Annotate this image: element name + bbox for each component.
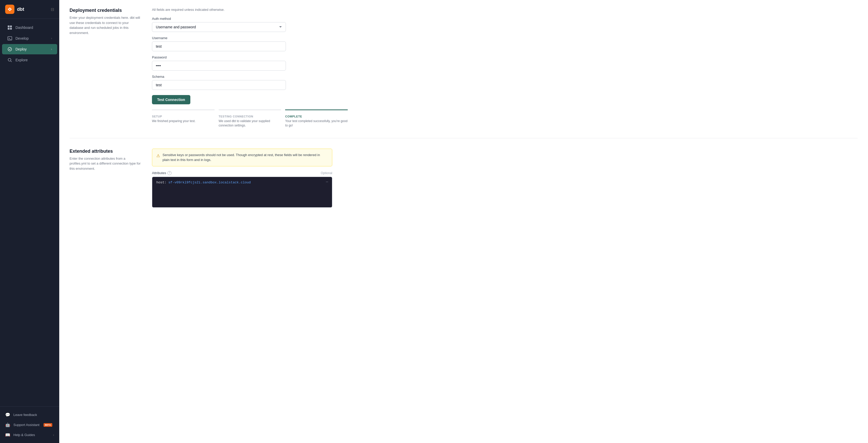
auth-method-label: Auth method [152, 17, 858, 21]
complete-label: COMPLETE [285, 115, 348, 118]
password-group: Password [152, 55, 858, 70]
svg-rect-3 [10, 28, 12, 30]
auth-method-select[interactable]: Username and password Service account OA… [152, 22, 286, 32]
setup-description: We finished preparing your test. [152, 119, 215, 123]
status-step-setup: SETUP We finished preparing your test. [152, 109, 215, 128]
sidebar-logo: dbt ⊟ [0, 0, 59, 19]
status-step-testing: TESTING CONNECTION We used dbt to valida… [219, 109, 281, 128]
section-subtitle: Enter your deployment credentials here. … [69, 15, 142, 35]
extended-subtitle: Enter the connection attributes from a p… [69, 156, 142, 171]
dashboard-icon [7, 25, 12, 30]
username-label: Username [152, 36, 858, 40]
testing-description: We used dbt to validate your supplied co… [219, 119, 281, 128]
help-chevron-icon: › [53, 433, 54, 437]
extended-form: ⚠ Sensitive keys or passwords should not… [152, 149, 858, 208]
test-connection-button[interactable]: Test Connection [152, 95, 190, 104]
attributes-code-editor[interactable]: − host: sf-v09rkl9fcjs2i.sandbox.localst… [152, 177, 332, 208]
auth-method-group: Auth method Username and password Servic… [152, 17, 858, 32]
optional-label: Optional [321, 171, 332, 175]
warning-text: Sensitive keys or passwords should not b… [162, 153, 328, 162]
deploy-icon [7, 46, 12, 52]
deploy-label: Deploy [16, 47, 27, 51]
svg-rect-1 [10, 26, 12, 27]
feedback-icon: 💬 [5, 412, 10, 417]
explore-icon [7, 57, 12, 63]
svg-point-6 [8, 59, 11, 61]
connection-status: SETUP We finished preparing your test. T… [152, 109, 348, 128]
info-icon[interactable]: ? [167, 171, 172, 175]
extended-attributes-section: Extended attributes Enter the connection… [69, 149, 858, 218]
support-assistant-item[interactable]: 🤖 Support Assistant BETA [0, 420, 59, 430]
main-content: Deployment credentials Enter your deploy… [59, 0, 868, 443]
support-icon: 🤖 [5, 422, 10, 427]
help-icon: 📖 [5, 433, 10, 437]
password-input[interactable] [152, 61, 286, 70]
sidebar: dbt ⊟ Dashboard Develop › Deploy › [0, 0, 59, 443]
form-notice: All fields are required unless indicated… [152, 8, 858, 11]
username-group: Username [152, 36, 858, 51]
attributes-label: Attributes ? [152, 171, 172, 175]
schema-label: Schema [152, 75, 858, 78]
sidebar-nav: Dashboard Develop › Deploy › Explore [0, 19, 59, 406]
dashboard-label: Dashboard [16, 26, 33, 30]
sidebar-item-deploy[interactable]: Deploy › [2, 44, 57, 54]
sidebar-toggle[interactable]: ⊟ [51, 7, 54, 12]
section-title: Deployment credentials [69, 8, 142, 13]
deploy-chevron-icon: › [51, 48, 52, 51]
dbt-logo [5, 5, 14, 14]
code-host-key: host: [156, 181, 168, 184]
section-description: Deployment credentials Enter your deploy… [69, 8, 142, 128]
credentials-form: All fields are required unless indicated… [152, 8, 858, 128]
svg-rect-2 [8, 28, 9, 30]
schema-group: Schema [152, 75, 858, 90]
setup-label: SETUP [152, 115, 215, 118]
username-input[interactable] [152, 41, 286, 51]
attributes-header: Attributes ? Optional [152, 171, 332, 175]
extended-section-description: Extended attributes Enter the connection… [69, 149, 142, 208]
support-assistant-label: Support Assistant [13, 423, 39, 427]
sidebar-item-develop[interactable]: Develop › [2, 33, 57, 43]
sidebar-item-explore[interactable]: Explore [2, 55, 57, 65]
develop-icon [7, 36, 12, 41]
help-guides-item[interactable]: 📖 Help & Guides › [0, 430, 59, 440]
complete-description: Your test completed successfully, you're… [285, 119, 348, 128]
deployment-credentials-section: Deployment credentials Enter your deploy… [69, 8, 858, 138]
password-label: Password [152, 55, 858, 59]
leave-feedback-item[interactable]: 💬 Leave feedback [0, 410, 59, 420]
code-host-value: sf-v09rkl9fcjs2i.sandbox.localstack.clou… [168, 181, 251, 184]
develop-label: Develop [16, 36, 29, 40]
warning-icon: ⚠ [156, 153, 160, 162]
collapse-icon[interactable]: − [326, 180, 329, 185]
testing-label: TESTING CONNECTION [219, 115, 281, 118]
leave-feedback-label: Leave feedback [13, 413, 37, 417]
svg-rect-0 [8, 26, 9, 27]
svg-rect-4 [8, 37, 12, 40]
logo-text: dbt [17, 7, 24, 12]
status-step-complete: COMPLETE Your test completed successfull… [285, 109, 348, 128]
warning-box: ⚠ Sensitive keys or passwords should not… [152, 149, 332, 166]
explore-label: Explore [16, 58, 28, 62]
sidebar-item-dashboard[interactable]: Dashboard [2, 23, 57, 33]
beta-badge: BETA [43, 423, 52, 427]
extended-title: Extended attributes [69, 149, 142, 154]
sidebar-bottom: 💬 Leave feedback 🤖 Support Assistant BET… [0, 406, 59, 443]
schema-input[interactable] [152, 80, 286, 90]
help-guides-label: Help & Guides [13, 433, 35, 437]
develop-chevron-icon: › [51, 37, 52, 40]
